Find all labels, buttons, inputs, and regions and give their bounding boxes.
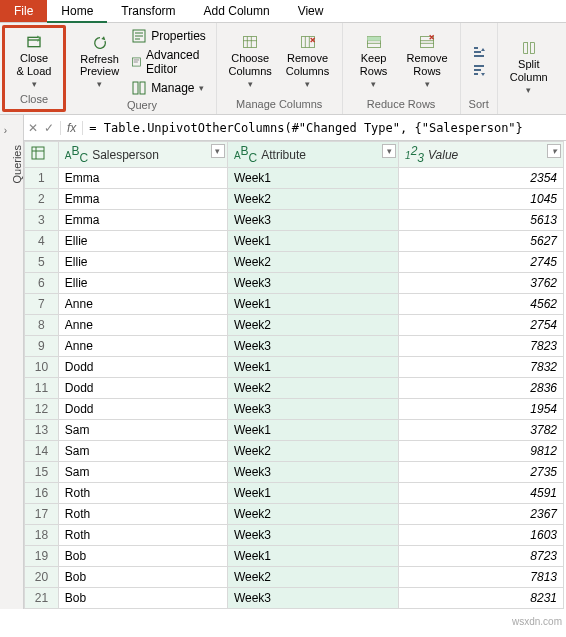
group-by-button[interactable]: Gr (558, 50, 566, 84)
row-number[interactable]: 7 (25, 294, 59, 315)
table-row[interactable]: 5EllieWeek22745 (25, 252, 564, 273)
cell-attribute[interactable]: Week1 (227, 420, 398, 441)
sort-asc-icon[interactable] (471, 45, 487, 61)
cell-value[interactable]: 1954 (399, 399, 564, 420)
cell-attribute[interactable]: Week3 (227, 273, 398, 294)
filter-dropdown-icon[interactable]: ▾ (382, 144, 396, 158)
cell-value[interactable]: 8231 (399, 588, 564, 609)
table-row[interactable]: 20BobWeek27813 (25, 567, 564, 588)
remove-columns-button[interactable]: Remove Columns (281, 32, 333, 90)
row-number[interactable]: 15 (25, 462, 59, 483)
table-row[interactable]: 4EllieWeek15627 (25, 231, 564, 252)
column-header-value[interactable]: 123Value▾ (399, 142, 564, 168)
cell-value[interactable]: 9812 (399, 441, 564, 462)
table-row[interactable]: 2EmmaWeek21045 (25, 189, 564, 210)
cell-attribute[interactable]: Week1 (227, 546, 398, 567)
cell-value[interactable]: 7832 (399, 357, 564, 378)
row-number[interactable]: 2 (25, 189, 59, 210)
cell-value[interactable]: 2754 (399, 315, 564, 336)
cell-salesperson[interactable]: Roth (58, 504, 227, 525)
column-header-salesperson[interactable]: ABCSalesperson▾ (58, 142, 227, 168)
row-number[interactable]: 18 (25, 525, 59, 546)
cell-attribute[interactable]: Week3 (227, 399, 398, 420)
close-and-load-button[interactable]: Close & Load (11, 32, 57, 90)
cell-value[interactable]: 7813 (399, 567, 564, 588)
cell-salesperson[interactable]: Sam (58, 441, 227, 462)
fx-icon[interactable]: fx (60, 121, 83, 135)
cell-attribute[interactable]: Week2 (227, 567, 398, 588)
cell-attribute[interactable]: Week2 (227, 504, 398, 525)
accept-formula-icon[interactable]: ✓ (44, 121, 54, 135)
cell-value[interactable]: 4591 (399, 483, 564, 504)
advanced-editor-button[interactable]: Advanced Editor (129, 47, 208, 77)
cell-salesperson[interactable]: Dodd (58, 378, 227, 399)
cell-value[interactable]: 2836 (399, 378, 564, 399)
cell-salesperson[interactable]: Sam (58, 420, 227, 441)
row-number[interactable]: 20 (25, 567, 59, 588)
table-row[interactable]: 15SamWeek32735 (25, 462, 564, 483)
cell-attribute[interactable]: Week1 (227, 483, 398, 504)
cell-attribute[interactable]: Week1 (227, 168, 398, 189)
cell-salesperson[interactable]: Sam (58, 462, 227, 483)
filter-dropdown-icon[interactable]: ▾ (547, 144, 561, 158)
cell-salesperson[interactable]: Roth (58, 483, 227, 504)
row-number[interactable]: 21 (25, 588, 59, 609)
properties-button[interactable]: Properties (129, 27, 208, 45)
chevron-right-icon[interactable]: › (0, 125, 11, 136)
queries-panel[interactable]: › Queries (0, 115, 24, 609)
cell-attribute[interactable]: Week2 (227, 189, 398, 210)
cell-salesperson[interactable]: Bob (58, 546, 227, 567)
column-header-attribute[interactable]: ABCAttribute▾ (227, 142, 398, 168)
row-number[interactable]: 16 (25, 483, 59, 504)
table-row[interactable]: 9AnneWeek37823 (25, 336, 564, 357)
cell-attribute[interactable]: Week1 (227, 294, 398, 315)
table-corner[interactable] (25, 142, 59, 168)
table-row[interactable]: 17RothWeek22367 (25, 504, 564, 525)
row-number[interactable]: 10 (25, 357, 59, 378)
cell-salesperson[interactable]: Ellie (58, 231, 227, 252)
cell-salesperson[interactable]: Emma (58, 168, 227, 189)
table-row[interactable]: 21BobWeek38231 (25, 588, 564, 609)
cell-value[interactable]: 3782 (399, 420, 564, 441)
cell-attribute[interactable]: Week1 (227, 231, 398, 252)
formula-text[interactable]: = Table.UnpivotOtherColumns(#"Changed Ty… (89, 121, 562, 135)
table-row[interactable]: 10DoddWeek17832 (25, 357, 564, 378)
cell-value[interactable]: 4562 (399, 294, 564, 315)
row-number[interactable]: 6 (25, 273, 59, 294)
tab-view[interactable]: View (284, 0, 338, 22)
cell-value[interactable]: 5627 (399, 231, 564, 252)
tab-file[interactable]: File (0, 0, 47, 22)
cell-salesperson[interactable]: Dodd (58, 399, 227, 420)
table-row[interactable]: 14SamWeek29812 (25, 441, 564, 462)
row-number[interactable]: 9 (25, 336, 59, 357)
cell-salesperson[interactable]: Anne (58, 294, 227, 315)
row-number[interactable]: 8 (25, 315, 59, 336)
table-row[interactable]: 11DoddWeek22836 (25, 378, 564, 399)
remove-rows-button[interactable]: Remove Rows (403, 32, 452, 90)
cancel-formula-icon[interactable]: ✕ (28, 121, 38, 135)
row-number[interactable]: 5 (25, 252, 59, 273)
cell-value[interactable]: 1045 (399, 189, 564, 210)
row-number[interactable]: 17 (25, 504, 59, 525)
row-number[interactable]: 12 (25, 399, 59, 420)
tab-home[interactable]: Home (47, 0, 107, 22)
tab-add-column[interactable]: Add Column (190, 0, 284, 22)
table-row[interactable]: 13SamWeek13782 (25, 420, 564, 441)
sort-desc-icon[interactable] (471, 63, 487, 79)
cell-value[interactable]: 7823 (399, 336, 564, 357)
cell-salesperson[interactable]: Ellie (58, 273, 227, 294)
cell-attribute[interactable]: Week2 (227, 441, 398, 462)
cell-value[interactable]: 8723 (399, 546, 564, 567)
table-row[interactable]: 12DoddWeek31954 (25, 399, 564, 420)
cell-attribute[interactable]: Week3 (227, 525, 398, 546)
row-number[interactable]: 1 (25, 168, 59, 189)
cell-value[interactable]: 3762 (399, 273, 564, 294)
cell-attribute[interactable]: Week2 (227, 252, 398, 273)
cell-salesperson[interactable]: Anne (58, 315, 227, 336)
table-row[interactable]: 3EmmaWeek35613 (25, 210, 564, 231)
table-row[interactable]: 19BobWeek18723 (25, 546, 564, 567)
cell-attribute[interactable]: Week3 (227, 462, 398, 483)
cell-value[interactable]: 5613 (399, 210, 564, 231)
cell-attribute[interactable]: Week1 (227, 357, 398, 378)
cell-attribute[interactable]: Week3 (227, 210, 398, 231)
